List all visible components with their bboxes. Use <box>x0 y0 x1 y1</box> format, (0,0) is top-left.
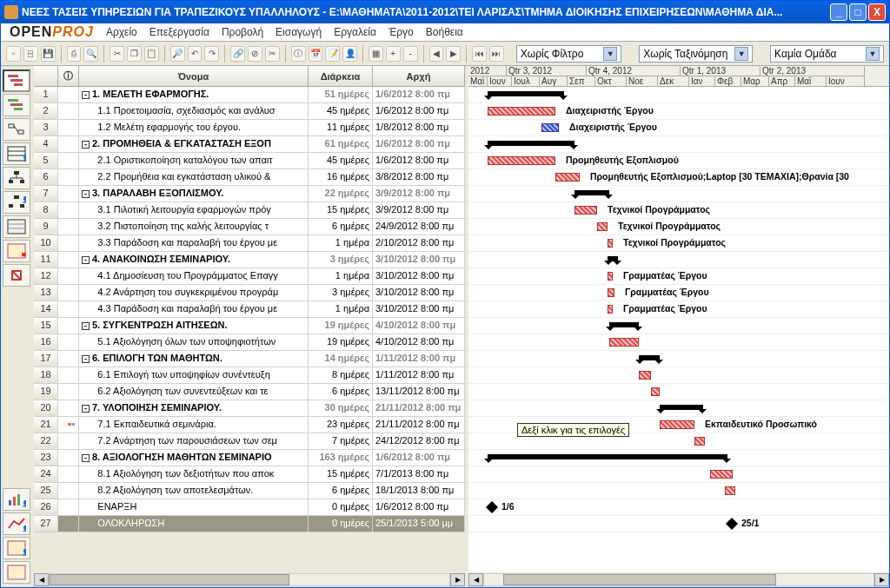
gantt-row[interactable] <box>468 318 889 334</box>
notes-icon[interactable]: 📝 <box>325 46 340 62</box>
task-duration[interactable]: 1 ημέρα <box>309 268 373 284</box>
col-rownum[interactable] <box>34 66 58 86</box>
task-name[interactable]: 6.1 Επιλογή των υποψηφίων συνέντευξη <box>79 367 309 383</box>
task-name[interactable]: -6. ΕΠΙΛΟΓΗ ΤΩΝ ΜΑΘΗΤΩΝ. <box>79 351 309 367</box>
open-icon[interactable]: ⌸ <box>23 46 38 62</box>
table-row[interactable]: 2 1.1 Προετοιμασία, σχεδιασμός και ανάλυ… <box>34 103 465 120</box>
task-start[interactable]: 24/9/2012 8:00 πμ <box>373 219 465 235</box>
summary-bar[interactable] <box>488 91 564 96</box>
task-duration[interactable]: 7 ημέρες <box>309 433 373 449</box>
task-start[interactable]: 13/11/2012 8:00 πμ <box>373 384 465 400</box>
task-start[interactable]: 2/10/2012 8:00 πμ <box>373 235 465 251</box>
menu-insert[interactable]: Εισαγωγή <box>276 26 322 38</box>
task-name[interactable]: 6.2 Αξιολόγηση των συνεντεύξεων και τε <box>79 384 309 400</box>
gantt-row[interactable]: Προμηθευτής Εξοπλισμού;Laptop [30 ΤΕΜΑΧΙ… <box>468 169 889 186</box>
menu-edit[interactable]: Επεξεργασία <box>149 26 209 38</box>
row-number[interactable]: 18 <box>34 367 58 383</box>
row-number[interactable]: 22 <box>34 433 58 449</box>
gantt-row[interactable] <box>468 466 889 483</box>
gantt-row[interactable]: 25/1 <box>468 516 889 532</box>
task-start[interactable]: 21/11/2012 8:00 πμ <box>373 400 465 416</box>
no-subwindow-button[interactable] <box>3 264 30 287</box>
redo-icon[interactable]: ↷ <box>204 46 219 62</box>
row-number[interactable]: 5 <box>34 153 58 168</box>
task-grid[interactable]: ⓘ Όνομα Διάρκεια Αρχή 1-1. ΜΕΛΕΤΗ ΕΦΑΡΜΟ… <box>34 66 468 587</box>
task-duration[interactable]: 0 ημέρες <box>309 516 373 532</box>
menu-project[interactable]: Έργο <box>389 26 414 38</box>
row-number[interactable]: 11 <box>34 252 58 268</box>
task-bar[interactable] <box>488 107 555 116</box>
undo-icon[interactable]: ↶ <box>188 46 203 62</box>
filter-dropdown[interactable]: Χωρίς Φίλτρο▼ <box>516 45 621 63</box>
row-number[interactable]: 2 <box>34 103 58 119</box>
task-name[interactable]: 1.1 Προετοιμασία, σχεδιασμός και ανάλυσ <box>79 103 309 119</box>
table-row[interactable]: 11-4. ΑΝΑΚΟΙΝΩΣΗ ΣΕΜΙΝΑΡΙΟΥ.3 ημέρες3/10… <box>34 252 465 268</box>
task-bar[interactable] <box>608 288 614 297</box>
summary-bar[interactable] <box>639 355 660 360</box>
task-name[interactable]: -5. ΣΥΓΚΕΝΤΡΩΣΗ ΑΙΤΗΣΕΩΝ. <box>79 318 309 334</box>
task-bar[interactable] <box>710 470 733 479</box>
copy-icon[interactable]: ❐ <box>127 46 142 62</box>
new-icon[interactable]: ▫ <box>6 46 21 62</box>
task-start[interactable]: 3/10/2012 8:00 πμ <box>373 252 465 268</box>
summary-bar[interactable] <box>609 322 639 327</box>
task-duration[interactable]: 23 ημέρες <box>309 417 373 433</box>
task-duration[interactable]: 163 ημέρες <box>309 450 373 466</box>
task-duration[interactable]: 11 ημέρες <box>309 120 373 135</box>
task-duration[interactable]: 16 ημέρες <box>309 169 373 185</box>
cut-icon[interactable]: ✂ <box>110 46 124 62</box>
timescale-top[interactable]: Qtr 1, 2013 <box>681 66 760 76</box>
resource-view-button[interactable]: 👤 <box>3 142 30 165</box>
gantt-chart[interactable]: 2012Qtr 3, 2012Qtr 4, 2012Qtr 1, 2013Qtr… <box>468 66 889 587</box>
timescale-bottom[interactable]: Ιουλ <box>512 76 540 87</box>
task-start[interactable]: 1/6/2012 8:00 πμ <box>373 153 465 168</box>
gantt-row[interactable] <box>468 400 889 417</box>
grid-hscroll[interactable]: ◀▶ <box>34 572 465 587</box>
timescale-top[interactable]: Qtr 3, 2012 <box>507 66 587 76</box>
gantt-row[interactable]: Γραμματέας Έργου <box>468 301 889 318</box>
gantt-row[interactable] <box>468 384 889 400</box>
sort-dropdown[interactable]: Χωρίς Ταξινόμηση▼ <box>639 45 753 63</box>
task-bar[interactable] <box>541 123 559 132</box>
minimize-button[interactable]: _ <box>830 3 847 21</box>
task-name[interactable]: 7.2 Ανάρτηση των παρουσιάσεων των σεμ <box>79 433 309 449</box>
row-number[interactable]: 12 <box>34 268 58 284</box>
gantt-row[interactable]: Τεχνικοί Προγράμματος <box>468 235 889 252</box>
task-start[interactable]: 1/6/2012 8:00 πμ <box>373 136 465 152</box>
task-start[interactable]: 3/10/2012 8:00 πμ <box>373 268 465 284</box>
gantt-row[interactable]: Τεχνικοί Προγράμματος <box>468 202 889 219</box>
row-number[interactable]: 14 <box>34 301 58 317</box>
task-bar[interactable] <box>608 239 613 248</box>
task-name[interactable]: -2. ΠΡΟΜΗΘΕΙΑ & ΕΓΚΑΤΑΣΤΑΣΗ ΕΞΟΠ <box>79 136 309 152</box>
task-start[interactable]: 3/10/2012 8:00 πμ <box>373 285 465 301</box>
task-start[interactable]: 3/8/2012 8:00 πμ <box>373 169 465 185</box>
task-duration[interactable]: 6 ημέρες <box>309 384 373 400</box>
menu-help[interactable]: Βοήθεια <box>426 26 463 38</box>
gantt-row[interactable] <box>468 87 889 103</box>
row-number[interactable]: 10 <box>34 235 58 251</box>
task-name[interactable]: ΕΝΑΡΞΗ <box>79 499 309 515</box>
task-duration[interactable]: 6 ημέρες <box>309 483 373 499</box>
chart-button[interactable]: 👤 <box>3 512 30 535</box>
timescale-bottom[interactable]: Μαρ <box>741 76 769 87</box>
task-start[interactable]: 4/10/2012 8:00 πμ <box>373 318 465 334</box>
titlebar[interactable]: ΝΕΕΣ ΤΑΣΕΙΣ ΥΠΗΡΕΣΙΩΝ ΓΙΑ ΤΡΑΠΕΖΙΚΟΥΣ ΥΠ… <box>1 1 889 23</box>
table-row[interactable]: 19 6.2 Αξιολόγηση των συνεντεύξεων και τ… <box>34 384 465 400</box>
outdent-icon[interactable]: ◀ <box>429 46 444 62</box>
task-duration[interactable]: 3 ημέρες <box>309 252 373 268</box>
table-row[interactable]: 18 6.1 Επιλογή των υποψηφίων συνέντευξη8… <box>34 367 465 384</box>
zoomin-icon[interactable]: + <box>386 46 401 62</box>
task-name[interactable]: -3. ΠΑΡΑΛΑΒΗ ΕΞΟΠΛΙΣΜΟΥ. <box>79 186 309 202</box>
col-name[interactable]: Όνομα <box>79 66 309 86</box>
assign-icon[interactable]: 👤 <box>342 46 357 62</box>
timescale-top[interactable]: Qtr 4, 2012 <box>587 66 681 76</box>
col-start[interactable]: Αρχή <box>373 66 465 86</box>
task-bar[interactable] <box>597 222 608 231</box>
table-row[interactable]: 10 3.3 Παράδοση και παραλαβή του έργου μ… <box>34 235 465 252</box>
task-duration[interactable]: 19 ημέρες <box>309 318 373 334</box>
task-name[interactable]: 4.3 Παράδοση και παραλαβή του έργου με <box>79 301 309 317</box>
timescale-top[interactable]: Qtr 2, 2013 <box>760 66 865 76</box>
table-row[interactable]: 12 4.1 Δημοσίευση του Προγράμματος Επαγγ… <box>34 268 465 285</box>
timescale-top[interactable]: 2012 <box>468 66 507 76</box>
task-duration[interactable]: 8 ημέρες <box>309 367 373 383</box>
